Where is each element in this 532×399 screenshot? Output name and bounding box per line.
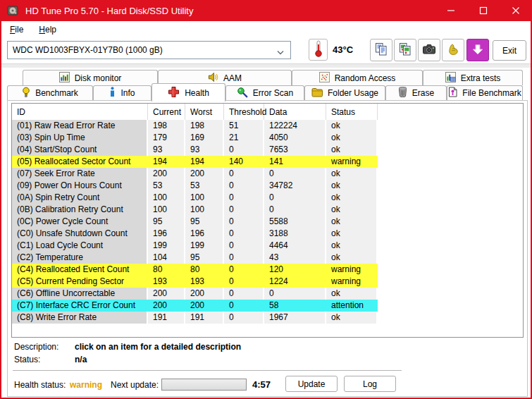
log-button[interactable]: Log	[344, 376, 396, 392]
table-row[interactable]: (C6) Offline Uncorrectable20020000ok	[12, 288, 523, 300]
cell-data: 1967	[264, 312, 326, 324]
cell-filler	[378, 300, 523, 312]
menu-help[interactable]: Help	[32, 23, 63, 37]
tab-aam-label: AAM	[223, 73, 242, 83]
table-row[interactable]: (0C) Power Cycle Count959505588ok	[12, 216, 523, 228]
cell-data: 34782	[264, 180, 326, 192]
cell-status: ok	[326, 288, 378, 300]
tab-extra-tests-label: Extra tests	[461, 73, 501, 83]
tab-erase[interactable]: Erase	[385, 85, 447, 100]
cell-data: 1224	[264, 276, 326, 288]
tab-random-access[interactable]: Random Access	[292, 70, 423, 85]
minimize-button[interactable]	[435, 0, 467, 21]
table-row[interactable]: (01) Raw Read Error Rate19819851122224ok	[12, 120, 523, 132]
cell-threshold: 0	[224, 300, 264, 312]
table-row[interactable]: (0A) Spin Retry Count10010000ok	[12, 192, 523, 204]
table-row[interactable]: (C8) Write Error Rate19119101967ok	[12, 312, 523, 324]
maximize-button[interactable]	[467, 0, 500, 21]
cell-current: 191	[148, 312, 185, 324]
table-row[interactable]: (C4) Reallocated Event Count80800120warn…	[12, 264, 523, 276]
table-row[interactable]: (C5) Current Pending Sector19319301224wa…	[12, 276, 523, 288]
cell-id: (0C) Power Cycle Count	[12, 216, 148, 228]
cell-current: 179	[148, 132, 185, 144]
table-row[interactable]: (C0) Unsafe Shutdown Count19619603188ok	[12, 228, 523, 240]
header-id[interactable]: ID	[12, 104, 148, 120]
screenshot-button[interactable]	[418, 39, 440, 61]
table-row[interactable]: (04) Start/Stop Count939307653ok	[12, 144, 523, 156]
cell-current: 193	[148, 276, 185, 288]
hd-tune-window: HD Tune Pro 5.70 - Hard Disk/SSD Utility…	[0, 0, 532, 399]
tab-info[interactable]: Info	[93, 85, 151, 100]
cell-threshold: 0	[224, 264, 264, 276]
cell-worst: 191	[185, 312, 224, 324]
health-cross-icon	[168, 86, 180, 100]
cell-threshold: 0	[224, 216, 264, 228]
speaker-icon	[208, 72, 218, 85]
header-status[interactable]: Status	[326, 104, 378, 120]
header-worst[interactable]: Worst	[185, 104, 224, 120]
cell-current: 100	[148, 204, 185, 216]
cell-status: ok	[326, 132, 378, 144]
table-row[interactable]: (07) Seek Error Rate20020000ok	[12, 168, 523, 180]
copy-text-button[interactable]	[370, 39, 392, 61]
tab-benchmark[interactable]: Benchmark	[7, 85, 93, 100]
header-current[interactable]: Current	[148, 104, 185, 120]
drive-select[interactable]: WDC WD1003FBYX-01Y7B0 (1000 gB)	[7, 41, 291, 59]
exit-button[interactable]: Exit	[493, 40, 526, 61]
tab-health[interactable]: Health	[151, 83, 225, 102]
app-icon	[7, 5, 18, 16]
cell-worst: 95	[185, 252, 224, 264]
cell-worst: 53	[185, 180, 224, 192]
cell-worst: 194	[185, 156, 224, 168]
cell-data: 120	[264, 264, 326, 276]
tab-file-benchmark[interactable]: File Benchmark	[447, 85, 523, 100]
update-button[interactable]: Update	[285, 376, 338, 392]
table-row[interactable]: (C7) Interface CRC Error Count200200058a…	[12, 300, 523, 312]
cell-filler	[378, 216, 523, 228]
copy-image-button[interactable]	[394, 39, 416, 61]
cell-data: 7653	[264, 144, 326, 156]
cell-filler	[378, 240, 523, 252]
health-add-button[interactable]	[442, 39, 464, 61]
cell-threshold: 51	[224, 120, 264, 132]
table-row[interactable]: (05) Reallocated Sector Count19419414014…	[12, 156, 523, 168]
table-row[interactable]: (03) Spin Up Time179169214050ok	[12, 132, 523, 144]
cell-current: 100	[148, 192, 185, 204]
header-data[interactable]: Data	[264, 104, 326, 120]
temperature-button[interactable]	[309, 39, 328, 61]
info-icon	[109, 87, 116, 99]
cell-worst: 200	[185, 300, 224, 312]
cell-worst: 200	[185, 288, 224, 300]
cell-status: ok	[326, 312, 378, 324]
download-button[interactable]	[466, 39, 489, 61]
cell-filler	[378, 132, 523, 144]
menubar: File Help	[1, 21, 531, 38]
cell-worst: 100	[185, 204, 224, 216]
tab-extra-tests[interactable]: Extra tests	[423, 70, 523, 85]
header-threshold[interactable]: Threshold	[224, 104, 264, 120]
toolbar-separator	[1, 63, 531, 68]
tab-health-label: Health	[185, 88, 209, 98]
cell-filler	[378, 204, 523, 216]
tab-error-scan[interactable]: Error Scan	[225, 85, 304, 100]
table-row[interactable]: (09) Power On Hours Count5353034782ok	[12, 180, 523, 192]
cell-status: warning	[326, 156, 378, 168]
footer-divider	[13, 370, 402, 372]
cell-data: 0	[264, 204, 326, 216]
chevron-down-icon	[276, 48, 285, 58]
table-row[interactable]: (0B) Calibration Retry Count10010000ok	[12, 204, 523, 216]
table-row[interactable]: (C2) Temperature10495043ok	[12, 252, 523, 264]
cell-filler	[378, 276, 523, 288]
scatter-dots-icon	[319, 72, 330, 85]
cell-current: 95	[148, 216, 185, 228]
tab-error-scan-label: Error Scan	[253, 88, 293, 98]
close-button[interactable]	[500, 0, 532, 21]
tab-folder-usage[interactable]: Folder Usage	[304, 85, 385, 100]
menu-file[interactable]: File	[3, 23, 30, 37]
trash-icon	[398, 87, 407, 99]
cell-current: 200	[148, 300, 185, 312]
smart-table-body: (01) Raw Read Error Rate19819851122224ok…	[12, 120, 523, 324]
tab-disk-monitor[interactable]: Disk monitor	[23, 70, 158, 85]
cell-id: (07) Seek Error Rate	[12, 168, 148, 180]
table-row[interactable]: (C1) Load Cycle Count19919904464ok	[12, 240, 523, 252]
